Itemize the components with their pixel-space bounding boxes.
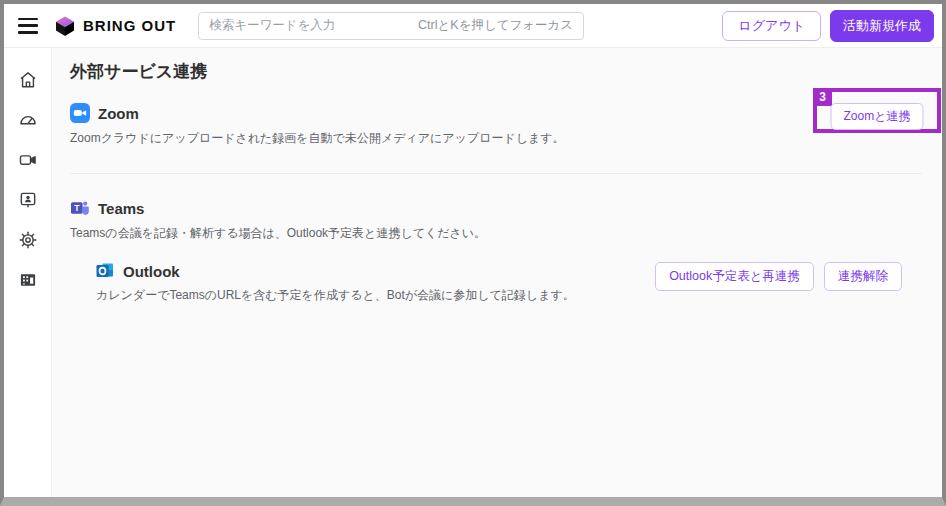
sidebar-nav — [4, 48, 52, 497]
dashboard-icon — [18, 110, 38, 130]
gear-icon — [18, 230, 38, 250]
sidebar-item-contacts[interactable] — [10, 180, 46, 220]
zoom-section: Zoom Zoomクラウドにアップロードされた録画を自動で未公開メディアにアップ… — [70, 103, 922, 147]
app-window: BRING OUT 検索キーワードを入力 CtrlとKを押してフォーカス ログア… — [0, 0, 946, 506]
outlook-description: カレンダーでTeamsのURLを含む予定を作成すると、Botが会議に参加して記録… — [96, 287, 575, 304]
main-content: 外部サービス連携 Zoom Zoomクラウドにアップロードされた録画を自動で未公… — [52, 48, 942, 497]
sidebar-item-company[interactable] — [10, 260, 46, 300]
contact-card-icon — [18, 190, 38, 210]
step-number-badge: 3 — [813, 88, 832, 106]
cube-logo-icon — [54, 15, 76, 37]
outlook-reconnect-button[interactable]: Outlook予定表と再連携 — [655, 262, 814, 291]
teams-app-icon: T — [70, 198, 90, 218]
zoom-title: Zoom — [98, 105, 139, 122]
zoom-app-icon — [70, 103, 90, 123]
outlook-section: Outlook カレンダーでTeamsのURLを含む予定を作成すると、Botが会… — [70, 262, 922, 304]
section-divider — [70, 173, 922, 174]
teams-title: Teams — [98, 200, 144, 217]
sidebar-item-settings[interactable] — [10, 220, 46, 260]
step-annotation-box: 3 Zoomと連携 — [813, 88, 941, 133]
new-activity-button[interactable]: 活動新規作成 — [830, 10, 934, 42]
teams-section: T Teams Teamsの会議を記録・解析する場合は、Outlook予定表と連… — [70, 198, 922, 242]
sidebar-item-home[interactable] — [10, 60, 46, 100]
outlook-title: Outlook — [123, 263, 180, 280]
home-icon — [18, 70, 38, 90]
logout-button[interactable]: ログアウト — [722, 11, 821, 41]
search-input[interactable]: 検索キーワードを入力 CtrlとKを押してフォーカス — [198, 12, 584, 40]
page-title: 外部サービス連携 — [70, 60, 922, 83]
svg-text:T: T — [74, 203, 80, 213]
teams-description: Teamsの会議を記録・解析する場合は、Outlook予定表と連携してください。 — [70, 225, 922, 242]
outlook-disconnect-button[interactable]: 連携解除 — [824, 262, 902, 291]
building-icon — [18, 270, 38, 290]
sidebar-item-videos[interactable] — [10, 140, 46, 180]
top-bar: BRING OUT 検索キーワードを入力 CtrlとKを押してフォーカス ログア… — [4, 4, 942, 48]
zoom-description: Zoomクラウドにアップロードされた録画を自動で未公開メディアにアップロードしま… — [70, 130, 922, 147]
search-placeholder: 検索キーワードを入力 — [209, 17, 335, 34]
outlook-app-icon — [96, 262, 114, 280]
hamburger-menu-icon[interactable] — [18, 18, 38, 34]
brand-logo[interactable]: BRING OUT — [54, 15, 176, 37]
sidebar-item-dashboard[interactable] — [10, 100, 46, 140]
brand-name: BRING OUT — [83, 17, 176, 34]
zoom-connect-button[interactable]: Zoomと連携 — [831, 103, 924, 130]
search-shortcut-hint: CtrlとKを押してフォーカス — [418, 17, 573, 34]
video-camera-icon — [18, 150, 38, 170]
